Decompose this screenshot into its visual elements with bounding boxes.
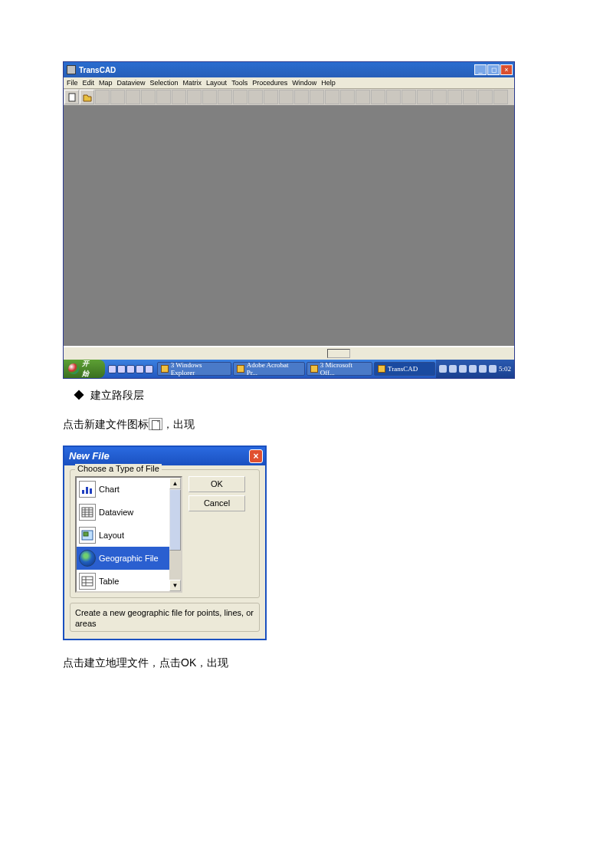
scroll-down-button[interactable]: ▼	[169, 580, 181, 591]
tray-icon[interactable]	[439, 365, 447, 373]
toolbar-button[interactable]	[218, 90, 232, 104]
tray-icon[interactable]	[449, 365, 457, 373]
toolbar-button[interactable]	[463, 90, 477, 104]
dialog-titlebar: New File ×	[64, 447, 265, 465]
toolbar-button[interactable]	[478, 90, 493, 104]
toolbar-button[interactable]	[141, 90, 156, 104]
globe-icon	[79, 550, 96, 567]
taskbar-app-active[interactable]: TransCAD	[374, 362, 435, 376]
list-item-dataview[interactable]: Dataview	[77, 501, 169, 524]
file-type-listbox[interactable]: Chart Dataview Layout	[75, 476, 182, 593]
scroll-up-button[interactable]: ▲	[169, 478, 181, 489]
list-item-layout[interactable]: Layout	[77, 524, 169, 547]
new-file-button[interactable]	[64, 90, 79, 104]
toolbar-button[interactable]	[126, 90, 140, 104]
menu-selection[interactable]: Selection	[150, 79, 179, 87]
toolbar-button[interactable]	[310, 90, 324, 104]
quick-launch-icon[interactable]	[117, 365, 126, 373]
quick-launch-icon[interactable]	[126, 365, 135, 373]
menu-layout[interactable]: Layout	[206, 79, 227, 87]
toolbar-button[interactable]	[417, 90, 431, 104]
table-icon	[79, 573, 96, 590]
dialog-close-button[interactable]: ×	[249, 449, 263, 463]
save-button[interactable]	[95, 90, 110, 104]
description-box: Create a new geographic file for points,…	[70, 603, 260, 632]
status-bar	[64, 346, 514, 360]
start-button[interactable]: 开始	[64, 360, 105, 378]
windows-logo-icon	[68, 363, 79, 374]
clock: 5:02	[499, 365, 511, 373]
svg-rect-12	[82, 577, 93, 586]
taskbar-app[interactable]: Adobe Acrobat Pr...	[233, 362, 305, 376]
toolbar-button[interactable]	[248, 90, 263, 104]
listbox-scrollbar[interactable]: ▲ ▼	[169, 478, 181, 591]
menu-window[interactable]: Window	[292, 79, 316, 87]
app-icon	[378, 365, 385, 373]
toolbar-button[interactable]	[386, 90, 401, 104]
menu-dataview[interactable]: Dataview	[117, 79, 146, 87]
tray-icon[interactable]	[479, 365, 487, 373]
menu-procedures[interactable]: Procedures	[252, 79, 287, 87]
menu-edit[interactable]: Edit	[83, 79, 95, 87]
toolbar-button[interactable]	[371, 90, 385, 104]
taskbar-app[interactable]: 3 Microsoft Off...	[306, 362, 372, 376]
toolbar-button[interactable]	[202, 90, 217, 104]
toolbar-button[interactable]	[294, 90, 309, 104]
menu-tools[interactable]: Tools	[231, 79, 247, 87]
print-button[interactable]	[110, 90, 125, 104]
layout-icon	[79, 527, 96, 544]
toolbar-button[interactable]	[447, 90, 462, 104]
toolbar-button[interactable]	[325, 90, 339, 104]
folder-icon	[161, 365, 169, 373]
scroll-thumb[interactable]	[169, 489, 181, 551]
quick-launch-icon[interactable]	[136, 365, 144, 373]
taskbar-app[interactable]: 3 Windows Explorer	[157, 362, 231, 376]
toolbar-button[interactable]	[172, 90, 186, 104]
quick-launch-icon[interactable]	[108, 365, 116, 373]
ok-button[interactable]: OK	[188, 476, 245, 492]
quick-launch-icon[interactable]	[145, 365, 153, 373]
cancel-button[interactable]: Cancel	[188, 495, 245, 511]
dialog-title: New File	[69, 450, 110, 462]
toolbar-button[interactable]	[402, 90, 416, 104]
maximize-button[interactable]: ◻	[487, 64, 500, 75]
list-item-geographic-file[interactable]: Geographic File	[77, 547, 169, 570]
toolbar-button[interactable]	[356, 90, 370, 104]
toolbar-button[interactable]	[156, 90, 171, 104]
list-item-label: Layout	[99, 531, 124, 540]
toolbar-button[interactable]	[264, 90, 278, 104]
menu-bar: File Edit Map Dataview Selection Matrix …	[64, 77, 514, 89]
text: 点击新建文件图标	[63, 418, 149, 430]
taskbar-app-label: 3 Windows Explorer	[171, 361, 228, 376]
minimize-button[interactable]: _	[474, 64, 487, 75]
list-item-label: Table	[99, 577, 119, 586]
toolbar-button[interactable]	[279, 90, 293, 104]
tray-icon[interactable]	[459, 365, 467, 373]
taskbar-app-label: Adobe Acrobat Pr...	[247, 361, 301, 376]
list-item-table[interactable]: Table	[77, 570, 169, 591]
toolbar-button[interactable]	[187, 90, 202, 104]
menu-matrix[interactable]: Matrix	[183, 79, 202, 87]
app-icon	[67, 65, 76, 74]
new-file-dialog: New File × Choose a Type of File Chart	[63, 446, 267, 640]
toolbar-button[interactable]	[432, 90, 447, 104]
toolbar-button[interactable]	[233, 90, 247, 104]
toolbar-button[interactable]	[493, 90, 508, 104]
taskbar-app-label: TransCAD	[388, 365, 418, 373]
menu-file[interactable]: File	[67, 79, 78, 87]
open-button[interactable]	[80, 90, 94, 104]
text: ，出现	[162, 418, 195, 430]
title-bar: TransCAD _ ◻ ×	[64, 62, 514, 77]
menu-help[interactable]: Help	[321, 79, 336, 87]
tray-icon[interactable]	[469, 365, 477, 373]
close-button[interactable]: ×	[500, 64, 513, 75]
tray-icon[interactable]	[489, 365, 497, 373]
list-item-label: Dataview	[99, 508, 133, 517]
menu-map[interactable]: Map	[99, 79, 113, 87]
taskbar: 开始 3 Windows Explorer Adobe Acrobat Pr..…	[64, 360, 514, 378]
svg-rect-2	[86, 487, 88, 494]
list-item-chart[interactable]: Chart	[77, 478, 169, 501]
app-icon	[237, 365, 244, 373]
new-file-icon	[149, 418, 162, 430]
toolbar-button[interactable]	[340, 90, 355, 104]
